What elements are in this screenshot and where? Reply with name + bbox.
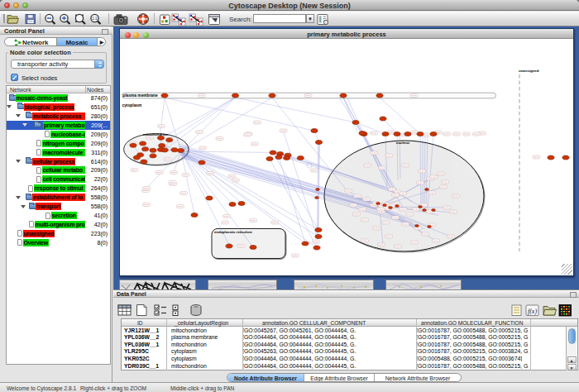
svg-text:endoplasmic reticulum: endoplasmic reticulum	[214, 230, 252, 234]
svg-text:1:1: 1:1	[92, 17, 98, 21]
svg-text:unassigned: unassigned	[519, 69, 539, 73]
svg-text:cytoplasm: cytoplasm	[122, 103, 142, 108]
svg-text:mitochondrion: mitochondrion	[143, 132, 169, 136]
svg-text:f(x): f(x)	[528, 308, 537, 315]
svg-text:plasma membrane: plasma membrane	[123, 93, 158, 98]
svg-text:nucleus: nucleus	[396, 141, 410, 145]
